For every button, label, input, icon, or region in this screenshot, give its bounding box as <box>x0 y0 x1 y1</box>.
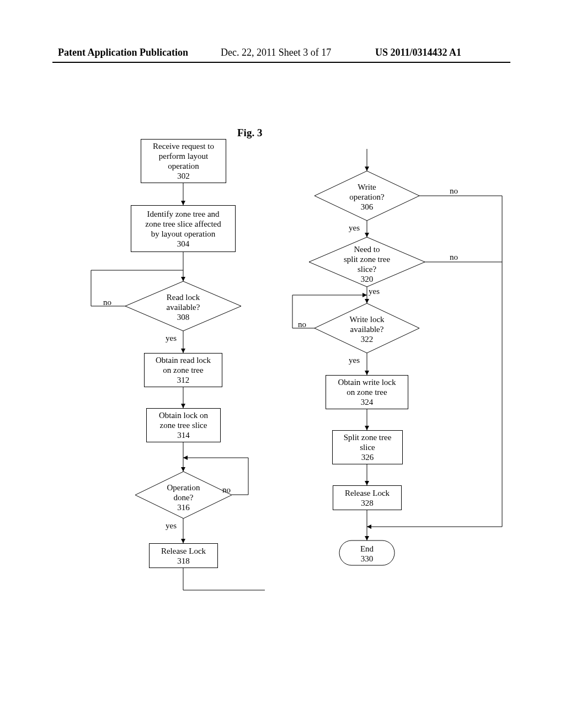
label-320-no: no <box>450 253 458 262</box>
label-316-no: no <box>222 485 231 495</box>
label-316-yes: yes <box>166 521 177 531</box>
label-308-no: no <box>103 298 111 307</box>
label-308-yes: yes <box>166 334 177 343</box>
label-306-no: no <box>450 186 458 196</box>
label-320-yes: yes <box>369 287 380 296</box>
label-322-no: no <box>298 320 306 329</box>
label-322-yes: yes <box>349 356 360 365</box>
label-306-yes: yes <box>349 223 360 233</box>
arrows-layer <box>0 0 565 728</box>
